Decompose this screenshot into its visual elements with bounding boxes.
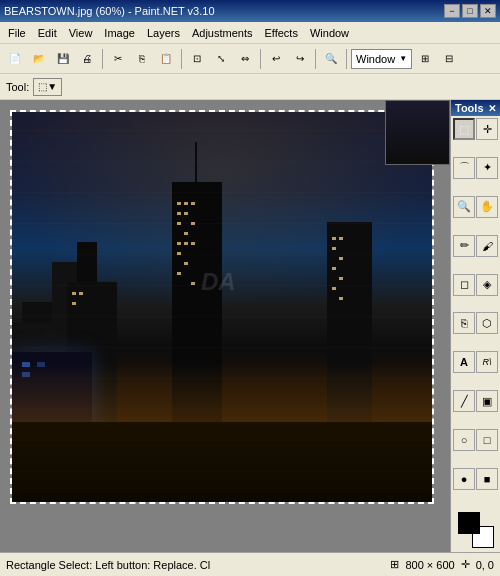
watermark: DA	[201, 268, 236, 296]
tools-close-icon[interactable]: ✕	[488, 103, 496, 114]
sky-haze	[12, 112, 432, 307]
menu-view[interactable]: View	[63, 25, 99, 41]
tool-recolor[interactable]: ⬡	[476, 312, 498, 334]
menu-window[interactable]: Window	[304, 25, 355, 41]
city-scene: DA	[12, 112, 432, 502]
tool-options-bar: Tool: ⬚ ▼	[0, 74, 500, 100]
tool-dropdown-arrow: ▼	[47, 81, 57, 92]
position-icon: ✛	[461, 558, 470, 571]
canvas-container: DA	[10, 110, 434, 504]
flip-button[interactable]: ⇔	[234, 48, 256, 70]
building	[22, 302, 52, 502]
tool-line[interactable]: ╱	[453, 390, 475, 412]
open-button[interactable]: 📂	[28, 48, 50, 70]
cursor-position: 0, 0	[476, 559, 494, 571]
menu-bar: File Edit View Image Layers Adjustments …	[0, 22, 500, 44]
tool-ellipse-outline[interactable]: ○	[453, 429, 475, 451]
canvas-area[interactable]: DA	[0, 100, 450, 552]
tool-text[interactable]: A	[453, 351, 475, 373]
separator-3	[260, 49, 261, 69]
tool-pan[interactable]: ✋	[476, 196, 498, 218]
save-button[interactable]: 💾	[52, 48, 74, 70]
tool-pencil[interactable]: ✏	[453, 235, 475, 257]
tool-icon: ⬚	[38, 81, 47, 92]
window-dropdown[interactable]: Window ▼	[351, 49, 412, 69]
copy-button[interactable]: ⎘	[131, 48, 153, 70]
street-lights	[12, 439, 432, 442]
status-bar: Rectangle Select: Left button: Replace. …	[0, 552, 500, 576]
menu-layers[interactable]: Layers	[141, 25, 186, 41]
minimize-button[interactable]: −	[444, 4, 460, 18]
tool-eraser[interactable]: ◻	[453, 274, 475, 296]
paste-button[interactable]: 📋	[155, 48, 177, 70]
status-text: Rectangle Select: Left button: Replace. …	[6, 559, 380, 571]
cut-button[interactable]: ✂	[107, 48, 129, 70]
tb-extra-2[interactable]: ⊟	[438, 48, 460, 70]
canvas-image[interactable]: DA	[12, 112, 432, 502]
tool-shapes[interactable]: R\	[476, 351, 498, 373]
color-boxes[interactable]	[458, 512, 494, 548]
tool-clone[interactable]: ⎘	[453, 312, 475, 334]
app-title: BEARSTOWN.jpg (60%) - Paint.NET v3.10	[4, 5, 215, 17]
tool-zoom[interactable]: 🔍	[453, 196, 475, 218]
tool-ellipse-fill[interactable]: ●	[453, 468, 475, 490]
separator-5	[346, 49, 347, 69]
new-button[interactable]: 📄	[4, 48, 26, 70]
resize-button[interactable]: ⤡	[210, 48, 232, 70]
dimensions-icon: ⊞	[390, 558, 399, 571]
crop-button[interactable]: ⊡	[186, 48, 208, 70]
blue-building	[12, 352, 92, 502]
maximize-button[interactable]: □	[462, 4, 478, 18]
tool-brush[interactable]: 🖌	[476, 235, 498, 257]
tool-option-dropdown[interactable]: ⬚ ▼	[33, 78, 62, 96]
separator-4	[315, 49, 316, 69]
separator-1	[102, 49, 103, 69]
title-bar: BEARSTOWN.jpg (60%) - Paint.NET v3.10 − …	[0, 0, 500, 22]
tool-move[interactable]: ✛	[476, 118, 498, 140]
menu-image[interactable]: Image	[98, 25, 141, 41]
building	[52, 262, 77, 502]
tool-magic-wand[interactable]: ✦	[476, 157, 498, 179]
close-button[interactable]: ✕	[480, 4, 496, 18]
road	[12, 422, 432, 502]
tb-extra-1[interactable]: ⊞	[414, 48, 436, 70]
street-glow	[12, 362, 432, 422]
main-area: DA Tools ✕ ⬚ ✛ ⌒ ✦ 🔍 ✋ ✏ 🖌 ◻ ◈	[0, 100, 500, 552]
canvas-dimensions: 800 × 600	[405, 559, 454, 571]
tool-rectangle-select[interactable]: ⬚	[453, 118, 475, 140]
tool-fill[interactable]: ◈	[476, 274, 498, 296]
tools-grid: ⬚ ✛ ⌒ ✦ 🔍 ✋ ✏ 🖌 ◻ ◈ ⎘ ⬡ A R\ ╱ ▣ ○ □	[451, 116, 500, 508]
tool-rect-fill[interactable]: ■	[476, 468, 498, 490]
status-right: ⊞ 800 × 600 ✛ 0, 0	[390, 558, 494, 571]
building	[77, 242, 97, 502]
separator-2	[181, 49, 182, 69]
building	[67, 282, 117, 502]
tool-rect-outline[interactable]: □	[476, 429, 498, 451]
print-button[interactable]: 🖨	[76, 48, 98, 70]
building	[12, 322, 72, 502]
tools-title: Tools	[455, 102, 484, 114]
tower-building	[172, 182, 222, 502]
color-palette	[451, 508, 500, 552]
toolbar: 📄 📂 💾 🖨 ✂ ⎘ 📋 ⊡ ⤡ ⇔ ↩ ↪ 🔍 Window ▼ ⊞ ⊟	[0, 44, 500, 74]
zoom-button[interactable]: 🔍	[320, 48, 342, 70]
dropdown-arrow: ▼	[399, 54, 407, 63]
tool-status-text: Rectangle Select: Left button: Replace. …	[6, 559, 210, 571]
redo-button[interactable]: ↪	[289, 48, 311, 70]
title-buttons: − □ ✕	[444, 4, 496, 18]
menu-edit[interactable]: Edit	[32, 25, 63, 41]
thumbnail	[385, 100, 450, 165]
antenna	[195, 142, 197, 182]
building	[327, 222, 372, 502]
tool-lasso[interactable]: ⌒	[453, 157, 475, 179]
menu-effects[interactable]: Effects	[259, 25, 304, 41]
undo-button[interactable]: ↩	[265, 48, 287, 70]
menu-file[interactable]: File	[2, 25, 32, 41]
tools-header: Tools ✕	[451, 100, 500, 116]
foreground-color-box[interactable]	[458, 512, 480, 534]
tools-panel: Tools ✕ ⬚ ✛ ⌒ ✦ 🔍 ✋ ✏ 🖌 ◻ ◈ ⎘ ⬡ A R\	[450, 100, 500, 552]
tool-label: Tool:	[6, 81, 29, 93]
window-dropdown-label: Window	[356, 53, 395, 65]
tool-gradient[interactable]: ▣	[476, 390, 498, 412]
menu-adjustments[interactable]: Adjustments	[186, 25, 259, 41]
